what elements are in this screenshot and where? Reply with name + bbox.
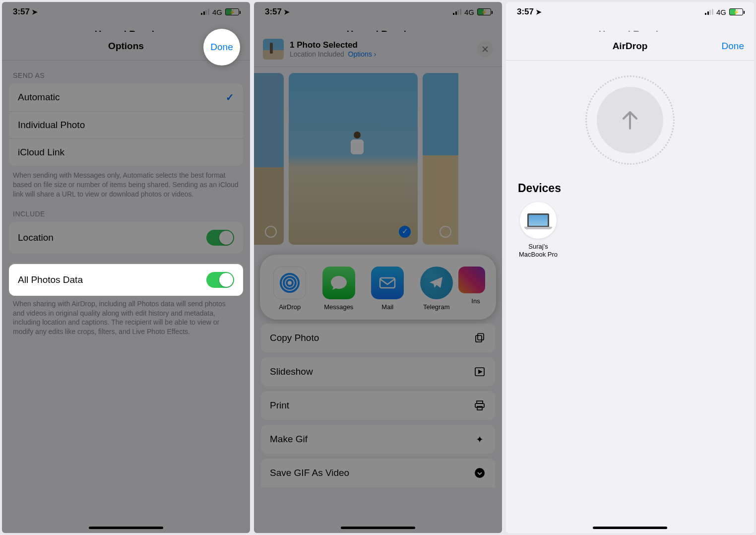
option-label: iCloud Link [18, 147, 64, 158]
share-subtitle: Location Included Options › [290, 50, 471, 58]
circle-down-icon [473, 467, 486, 479]
action-label: Make Gif [270, 434, 308, 445]
action-make-gif[interactable]: Make Gif ✦ [261, 425, 495, 454]
airdrop-searching-animation [506, 61, 754, 180]
row-label: Location [18, 232, 54, 243]
svg-rect-5 [478, 334, 484, 340]
share-app-instagram-peek[interactable]: Ins [468, 267, 483, 305]
svg-point-1 [284, 277, 296, 289]
panel-airdrop-screen: 3:57 ➤ 4G ⚡ Harmal Beach AirDrop Done De… [506, 2, 754, 533]
checkmark-icon: ✓ [226, 91, 234, 103]
status-bar: 3:57 ➤ 4G ⚡ [2, 2, 250, 22]
chevron-right-icon: › [374, 50, 377, 58]
battery-icon: ⚡ [225, 8, 239, 15]
photo-thumbnail-selected[interactable] [289, 73, 418, 245]
selection-ring-checked[interactable] [399, 226, 411, 238]
app-label: Telegram [420, 303, 454, 311]
app-label: Mail [371, 303, 405, 311]
svg-rect-4 [476, 335, 482, 342]
location-services-icon: ➤ [284, 8, 290, 16]
svg-point-0 [287, 280, 293, 286]
svg-rect-3 [380, 278, 395, 288]
battery-icon: ⚡ [729, 8, 743, 15]
airdrop-icon [273, 267, 306, 299]
selected-count: 1 Photo Selected [290, 40, 471, 50]
pulse-ring-icon [585, 75, 675, 165]
action-slideshow[interactable]: Slideshow [261, 357, 495, 386]
status-time: 3:57 [265, 7, 282, 17]
status-bar: 3:57 ➤ 4G ⚡ [506, 2, 754, 22]
devices-section-label: Devices [506, 180, 754, 202]
action-label: Save GIF As Video [270, 468, 349, 478]
photo-thumbnail[interactable] [423, 73, 458, 245]
share-actions-list: Copy Photo Slideshow Print Make Gif ✦ [261, 324, 495, 487]
sparkle-icon: ✦ [473, 433, 486, 446]
status-bar: 3:57 ➤ 4G ⚡ [254, 2, 502, 22]
share-app-telegram[interactable]: Telegram [420, 267, 454, 311]
person-in-photo-icon [351, 141, 363, 186]
home-indicator[interactable] [341, 527, 415, 529]
sheet-title: AirDrop [506, 41, 754, 52]
share-sheet: 1 Photo Selected Location Included Optio… [254, 32, 502, 533]
status-time: 3:57 [517, 7, 534, 17]
action-copy-photo[interactable]: Copy Photo [261, 324, 495, 352]
action-print[interactable]: Print [261, 391, 495, 420]
copy-icon [473, 332, 486, 344]
selection-ring[interactable] [440, 226, 451, 238]
action-save-gif-as-video[interactable]: Save GIF As Video [261, 459, 495, 487]
home-indicator[interactable] [593, 527, 667, 529]
option-label: Individual Photo [18, 120, 85, 131]
selection-ring[interactable] [265, 226, 277, 238]
all-photos-toggle[interactable] [206, 272, 234, 288]
location-toggle[interactable] [206, 230, 234, 246]
play-icon [473, 365, 486, 378]
option-individual-photo[interactable]: Individual Photo [9, 112, 243, 139]
row-label: All Photos Data [18, 274, 83, 285]
cellular-bars-icon [453, 9, 461, 15]
location-services-icon: ➤ [536, 8, 542, 16]
include-list: Location [9, 222, 243, 254]
share-thumbnail [263, 39, 284, 60]
panel-share-sheet-screen: 3:57 ➤ 4G ⚡ Harmal Beach 1 Photo Selecte… [254, 2, 502, 533]
share-app-mail[interactable]: Mail [371, 267, 405, 311]
all-photos-data-row[interactable]: All Photos Data [9, 264, 243, 296]
action-label: Print [270, 400, 289, 411]
close-icon: ✕ [481, 44, 489, 55]
all-photos-footer: When sharing with AirDrop, including all… [2, 294, 250, 337]
option-icloud-link[interactable]: iCloud Link [9, 139, 243, 166]
battery-icon: ⚡ [477, 8, 491, 15]
airdrop-sheet: AirDrop Done Devices Suraj's MacBook Pro [506, 32, 754, 533]
action-label: Copy Photo [270, 333, 319, 343]
close-button[interactable]: ✕ [477, 41, 493, 57]
app-label: Ins [471, 297, 480, 305]
device-name-label: Suraj's MacBook Pro [516, 243, 561, 259]
instagram-icon [458, 267, 485, 293]
mail-icon [371, 267, 404, 299]
option-label: Automatic [18, 92, 60, 103]
location-toggle-row[interactable]: Location [9, 222, 243, 254]
network-type: 4G [716, 8, 726, 16]
network-type: 4G [464, 8, 474, 16]
macbook-icon [527, 213, 549, 227]
send-as-footer: When sending with Messages only, Automat… [2, 166, 250, 199]
action-label: Slideshow [270, 366, 313, 377]
send-as-section-label: SEND AS [2, 61, 250, 83]
network-type: 4G [212, 8, 222, 16]
done-button[interactable]: Done [203, 29, 240, 66]
option-automatic[interactable]: Automatic ✓ [9, 83, 243, 112]
share-apps-row: AirDrop Messages Mail Telegram [260, 255, 496, 320]
airdrop-device[interactable]: Suraj's MacBook Pro [516, 202, 561, 259]
options-link[interactable]: Options [348, 50, 372, 58]
svg-rect-9 [477, 406, 482, 410]
photo-thumbnail[interactable] [254, 73, 284, 245]
location-included-label: Location Included [290, 50, 344, 58]
cellular-bars-icon [705, 9, 713, 15]
app-label: AirDrop [273, 303, 307, 311]
share-app-messages[interactable]: Messages [322, 267, 356, 311]
send-as-options-list: Automatic ✓ Individual Photo iCloud Link [9, 83, 243, 166]
share-app-airdrop[interactable]: AirDrop [273, 267, 307, 311]
photo-carousel[interactable] [254, 67, 502, 251]
svg-point-10 [475, 468, 485, 478]
home-indicator[interactable] [89, 527, 163, 529]
messages-icon [322, 267, 355, 299]
